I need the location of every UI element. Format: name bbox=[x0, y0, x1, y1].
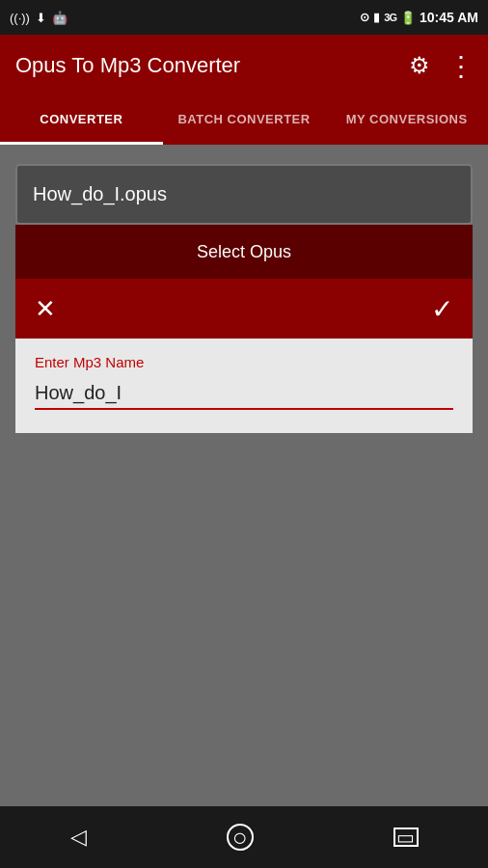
more-icon[interactable]: ⋮ bbox=[447, 50, 473, 82]
home-button[interactable]: ○ bbox=[227, 824, 254, 851]
content-area: How_do_I.opus Select Opus ✕ ✓ Enter Mp3 … bbox=[0, 145, 488, 452]
settings-icon[interactable]: ⚙ bbox=[409, 52, 430, 79]
download-icon: ⬇ bbox=[36, 11, 46, 25]
bottom-nav: ◁ ○ ▭ bbox=[0, 806, 488, 868]
target-icon: ⊙ bbox=[360, 11, 369, 24]
mp3-name-input[interactable] bbox=[35, 378, 453, 410]
app-title: Opus To Mp3 Converter bbox=[15, 53, 240, 78]
select-opus-button[interactable]: Select Opus bbox=[15, 225, 473, 279]
wifi-icon: ((·)) bbox=[10, 11, 30, 25]
recents-button[interactable]: ▭ bbox=[393, 827, 419, 847]
signal-icon: 3G bbox=[384, 12, 396, 23]
dialog-header: ✕ ✓ bbox=[15, 279, 473, 339]
dialog-body: Enter Mp3 Name bbox=[15, 339, 473, 433]
time-display: 10:45 AM bbox=[420, 10, 478, 25]
tab-batch-converter[interactable]: BATCH CONVERTER bbox=[163, 96, 326, 145]
android-icon: 🤖 bbox=[52, 11, 68, 25]
mp3-name-label: Enter Mp3 Name bbox=[35, 354, 453, 370]
back-button[interactable]: ◁ bbox=[70, 825, 87, 850]
app-bar: Opus To Mp3 Converter ⚙ ⋮ bbox=[0, 35, 488, 96]
vibrate-icon: ▮ bbox=[373, 11, 380, 24]
tabs-bar: CONVERTER BATCH CONVERTER MY CONVERSIONS bbox=[0, 96, 488, 145]
tab-my-conversions[interactable]: MY CONVERSIONS bbox=[325, 96, 488, 145]
battery-icon: 🔋 bbox=[400, 11, 416, 25]
file-name-display: How_do_I.opus bbox=[15, 164, 473, 225]
status-right-icons: ⊙ ▮ 3G 🔋 10:45 AM bbox=[360, 10, 478, 25]
confirm-icon[interactable]: ✓ bbox=[431, 293, 453, 325]
tab-converter[interactable]: CONVERTER bbox=[0, 96, 163, 145]
status-bar: ((·)) ⬇ 🤖 ⊙ ▮ 3G 🔋 10:45 AM bbox=[0, 0, 488, 35]
cancel-icon[interactable]: ✕ bbox=[35, 294, 56, 324]
status-left-icons: ((·)) ⬇ 🤖 bbox=[10, 11, 68, 25]
rename-dialog: ✕ ✓ Enter Mp3 Name bbox=[15, 279, 473, 433]
app-bar-icons: ⚙ ⋮ bbox=[409, 50, 473, 82]
